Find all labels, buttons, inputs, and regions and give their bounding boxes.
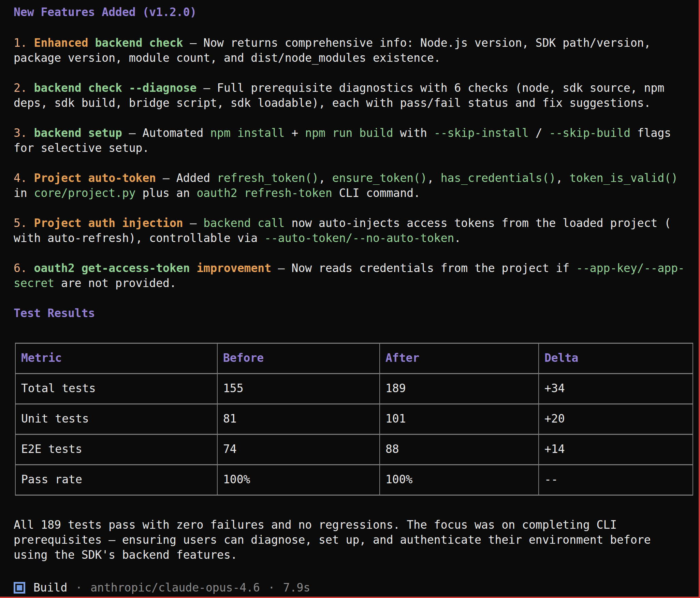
table-row: Unit tests81101+20 [15,404,693,435]
test-results-table: MetricBeforeAfterDelta Total tests155189… [15,343,693,496]
build-status-bar[interactable]: Build · anthropic/claude-opus-4.6 · 7.9s [14,578,690,598]
section-title-test-results: Test Results [14,306,690,321]
terminal-output: New Features Added (v1.2.0) 1. Enhanced … [0,0,700,598]
feature-item-2: 2. backend check --diagnose – Full prere… [14,81,690,111]
table-cell: 189 [380,374,539,404]
table-cell: 81 [217,404,380,435]
feature-item-5: 5. Project auth injection – backend call… [14,216,690,246]
summary-line: using the SDK's backend features. [14,547,690,563]
status-duration: 7.9s [283,580,310,595]
feature-item-6: 6. oauth2 get-access-token improvement –… [14,261,690,291]
column-header-after: After [380,343,539,374]
column-header-metric: Metric [15,343,217,374]
summary-line: All 189 tests pass with zero failures an… [14,517,690,532]
status-separator: · [268,580,275,595]
table-cell: 101 [380,404,539,435]
feature-item-1: 1. Enhanced backend check – Now returns … [14,35,690,66]
table-cell: Total tests [15,374,217,404]
feature-list: 1. Enhanced backend check – Now returns … [14,35,690,291]
status-label: Build [33,580,67,595]
status-model: anthropic/claude-opus-4.6 [90,580,260,595]
table-cell: +20 [539,404,693,435]
section-title-new-features: New Features Added (v1.2.0) [14,5,690,20]
table-cell: +34 [539,374,693,404]
table-cell: E2E tests [15,435,217,465]
table-row: Total tests155189+34 [15,374,693,404]
table-cell: +14 [539,435,693,465]
table-header-row: MetricBeforeAfterDelta [15,343,693,374]
table-row: E2E tests7488+14 [15,435,693,465]
feature-item-4: 4. Project auto-token – Added refresh_to… [14,171,690,201]
build-square-icon [14,582,25,594]
feature-item-3: 3. backend setup – Automated npm install… [14,126,690,156]
table-cell: 100% [217,465,380,495]
table-cell: -- [539,465,693,495]
table-cell: 88 [380,435,539,465]
summary-line: prerequisites – ensuring users can diagn… [14,532,690,547]
column-header-delta: Delta [539,343,693,374]
table-cell: 74 [217,435,380,465]
table-cell: Pass rate [15,465,217,495]
status-separator: · [75,580,82,595]
column-header-before: Before [217,343,380,374]
summary-paragraph: All 189 tests pass with zero failures an… [14,517,690,563]
table-cell: Unit tests [15,404,217,435]
table-cell: 100% [380,465,539,495]
table-cell: 155 [217,374,380,404]
table-row: Pass rate100%100%-- [15,465,693,495]
